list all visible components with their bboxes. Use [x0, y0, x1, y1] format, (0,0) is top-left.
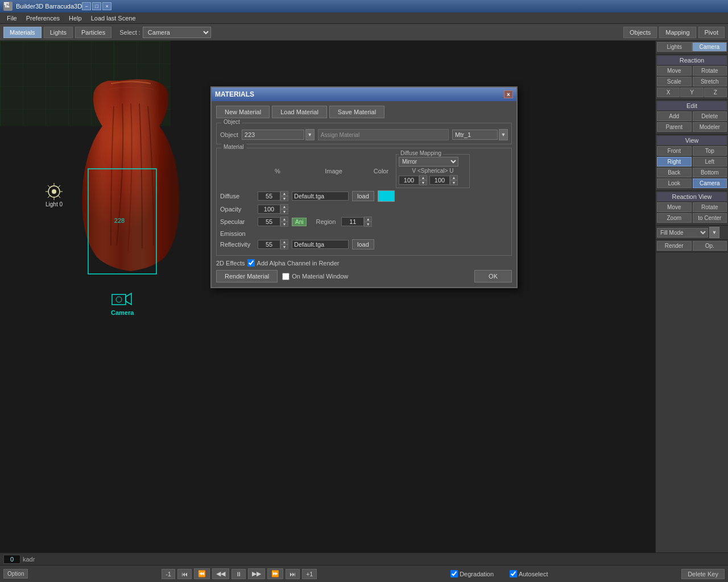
reflectivity-load-button[interactable]: load [352, 239, 374, 250]
render-material-button[interactable]: Render Material [216, 270, 278, 282]
reaction-view-rotate-button[interactable]: Rotate [693, 202, 727, 212]
dialog-close-button[interactable]: × [504, 90, 513, 98]
material-value-input[interactable] [452, 130, 498, 140]
stretch-button[interactable]: Stretch [693, 77, 727, 86]
prev-fast-button[interactable]: ⏪ [194, 568, 210, 579]
goto-end-button[interactable]: ⏭ [286, 569, 300, 579]
tab-camera[interactable]: Camera [692, 42, 727, 52]
next-1-button[interactable]: +1 [302, 569, 317, 579]
rotate-button[interactable]: Rotate [693, 66, 727, 76]
specular-value-input[interactable] [258, 217, 280, 226]
diffuse-percent-input[interactable] [258, 192, 280, 201]
top-view-button[interactable]: Top [693, 146, 727, 156]
minimize-button[interactable]: − [82, 2, 91, 10]
region-up[interactable]: ▲ [364, 217, 372, 222]
diffuse-image-input[interactable] [292, 192, 349, 201]
pause-button[interactable]: ⏸ [231, 569, 246, 579]
menu-help[interactable]: Help [64, 14, 86, 23]
camera-select[interactable]: Camera [143, 27, 211, 38]
opacity-row: Opacity ▲ ▼ [220, 204, 508, 214]
fill-mode-arrow[interactable]: ▼ [709, 227, 719, 238]
maximize-button[interactable]: □ [92, 2, 101, 10]
zoom-button[interactable]: Zoom [657, 213, 692, 223]
modeler-button[interactable]: Modeler [693, 122, 727, 132]
menu-preferences[interactable]: Preferences [22, 14, 64, 23]
delete-key-button[interactable]: Delete Key [681, 569, 725, 579]
autoselect-checkbox[interactable] [510, 570, 517, 577]
region-value-input[interactable] [341, 217, 364, 226]
region-down[interactable]: ▼ [364, 222, 372, 227]
objects-button[interactable]: Objects [623, 27, 657, 38]
right-view-button[interactable]: Right [657, 157, 692, 167]
add-alpha-checkbox[interactable] [247, 259, 255, 267]
render-button[interactable]: Render [657, 241, 692, 251]
pivot-button[interactable]: Pivot [698, 27, 725, 38]
next-fast-button[interactable]: ⏩ [267, 568, 283, 579]
op-button[interactable]: Op. [693, 241, 727, 251]
save-material-button[interactable]: Save Material [329, 106, 384, 118]
reaction-view-move-button[interactable]: Move [657, 202, 692, 212]
diffuse-load-button[interactable]: load [352, 191, 374, 201]
v-value-input[interactable] [399, 176, 419, 185]
prev-1-button[interactable]: -1 [162, 569, 175, 579]
prev-button[interactable]: ◀◀ [212, 568, 229, 579]
to-center-button[interactable]: to Center [693, 213, 727, 223]
diffuse-pct-down[interactable]: ▼ [280, 196, 288, 201]
front-view-button[interactable]: Front [657, 146, 692, 156]
v-spin-up[interactable]: ▲ [419, 175, 427, 180]
kadr-input[interactable] [3, 555, 20, 564]
ok-button[interactable]: OK [474, 270, 512, 282]
opacity-value-input[interactable] [258, 205, 280, 214]
degradation-checkbox[interactable] [450, 570, 458, 577]
new-material-button[interactable]: New Material [216, 106, 270, 118]
back-view-button[interactable]: Back [657, 168, 692, 177]
bottom-view-button[interactable]: Bottom [693, 168, 727, 177]
z-button[interactable]: Z [704, 88, 727, 97]
reflectivity-image-input[interactable] [292, 240, 349, 249]
u-spin-down[interactable]: ▼ [450, 180, 458, 185]
look-view-button[interactable]: Look [657, 178, 692, 188]
tab-materials[interactable]: Materials [3, 27, 42, 38]
object-value-input[interactable] [242, 130, 304, 140]
reflectivity-down[interactable]: ▼ [280, 244, 288, 250]
opacity-up[interactable]: ▲ [280, 204, 288, 209]
next-button[interactable]: ▶▶ [248, 568, 265, 579]
opacity-down[interactable]: ▼ [280, 209, 288, 214]
specular-down[interactable]: ▼ [280, 222, 288, 227]
fill-mode-select[interactable]: Fill Mode [657, 228, 708, 238]
goto-start-button[interactable]: ⏮ [177, 569, 192, 579]
reflectivity-value-input[interactable] [258, 240, 280, 249]
ani-button[interactable]: Ani [292, 218, 307, 226]
u-spin-up[interactable]: ▲ [450, 175, 458, 180]
diffuse-color-swatch[interactable] [378, 190, 395, 202]
v-spin-down[interactable]: ▼ [419, 180, 427, 185]
transport-option-button[interactable]: Option [3, 569, 28, 579]
u-value-input[interactable] [429, 176, 450, 185]
load-material-button[interactable]: Load Material [272, 106, 327, 118]
object-row: Object ▼ Assign Material ▼ [220, 127, 508, 140]
object-dropdown-arrow[interactable]: ▼ [305, 129, 315, 140]
camera-view-button[interactable]: Camera [693, 178, 727, 188]
menu-load-last-scene[interactable]: Load last Scene [86, 14, 140, 23]
add-button[interactable]: Add [657, 111, 692, 121]
material-dropdown-arrow[interactable]: ▼ [499, 129, 508, 140]
tab-lights[interactable]: Lights [44, 27, 73, 38]
tab-lights[interactable]: Lights [657, 42, 692, 52]
scale-button[interactable]: Scale [657, 77, 692, 86]
move-button[interactable]: Move [657, 66, 692, 76]
viewport[interactable]: 228 Light 0 [0, 41, 655, 552]
on-material-window-checkbox[interactable] [282, 273, 289, 280]
parent-button[interactable]: Parent [657, 122, 692, 132]
y-button[interactable]: Y [680, 88, 703, 97]
x-button[interactable]: X [657, 88, 680, 97]
specular-up[interactable]: ▲ [280, 217, 288, 222]
close-button[interactable]: × [102, 2, 111, 10]
tab-particles[interactable]: Particles [75, 27, 111, 38]
diffuse-pct-up[interactable]: ▲ [280, 191, 288, 196]
reflectivity-up[interactable]: ▲ [280, 239, 288, 244]
menu-file[interactable]: File [2, 14, 22, 23]
mirror-select[interactable]: Mirror [399, 157, 458, 167]
delete-button[interactable]: Delete [693, 111, 727, 121]
left-view-button[interactable]: Left [693, 157, 727, 167]
mapping-button[interactable]: Mapping [659, 27, 696, 38]
